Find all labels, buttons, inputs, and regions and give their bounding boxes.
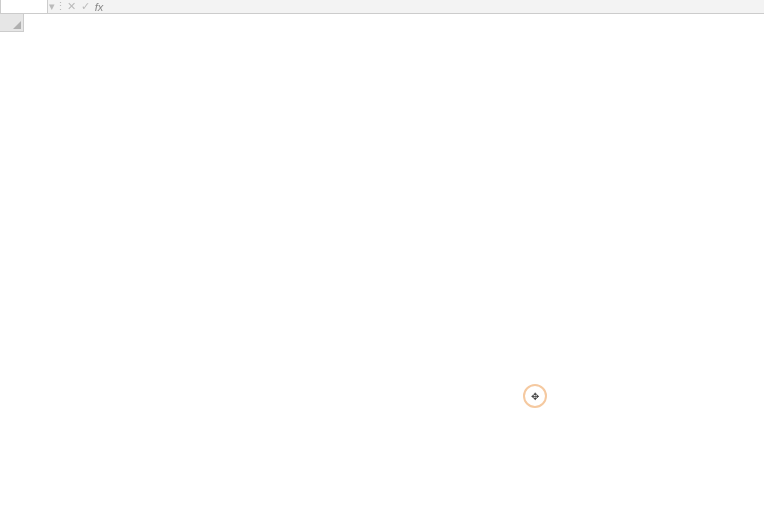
cursor-icon — [523, 384, 547, 408]
select-all-corner[interactable] — [0, 14, 24, 32]
separator: ⋮ — [56, 0, 64, 13]
formula-bar: ▾ ⋮ ✕ ✓ fx — [0, 0, 764, 14]
accept-icon: ✓ — [78, 0, 92, 13]
name-box[interactable] — [0, 0, 48, 14]
fx-icon[interactable]: fx — [92, 1, 106, 13]
spreadsheet-grid — [0, 14, 764, 32]
cancel-icon: ✕ — [64, 0, 78, 13]
